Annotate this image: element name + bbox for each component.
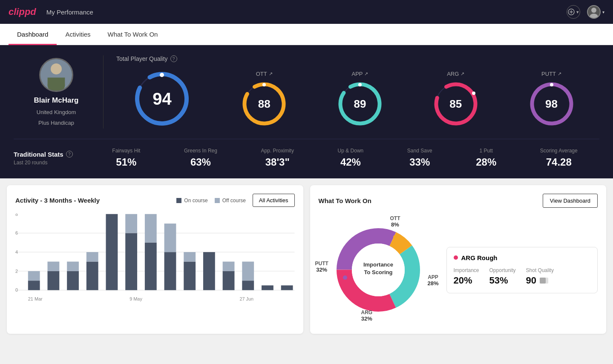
what-to-work-on-header: What To Work On View Dashboard [319,194,598,208]
donut-chart-svg: Importance To Scoring [319,215,438,325]
svg-rect-58 [281,285,293,290]
svg-rect-37 [47,271,59,290]
svg-point-23 [550,83,553,86]
stats-panel: Blair McHarg United Kingdom Plus Handica… [0,45,613,178]
putt-donut-label: PUTT 32% [315,261,328,273]
stat-items: Fairways Hit 51% Greens In Reg 63% App. … [90,148,599,168]
putt-value: 98 [545,97,558,110]
trad-stats-label: Traditional Stats ? Last 20 rounds [14,151,90,166]
svg-rect-39 [67,271,79,290]
ott-donut-label: OTT 8% [390,215,400,228]
svg-point-72 [343,275,347,280]
putt-circle: 98 [528,80,575,127]
svg-rect-38 [47,261,59,271]
tab-what-to-work-on[interactable]: What To Work On [99,24,167,45]
svg-rect-44 [125,233,137,290]
add-button[interactable]: ▾ [567,5,580,19]
vertical-divider [103,55,104,129]
svg-rect-47 [145,214,157,243]
svg-text:9 May: 9 May [130,296,142,301]
player-handicap: Plus Handicap [38,120,74,126]
svg-rect-8 [48,77,65,86]
svg-text:Importance: Importance [363,261,393,268]
quality-help-icon[interactable]: ? [170,55,177,62]
quality-section: Total Player Quality ? 94 [108,55,599,129]
arg-value: 85 [449,97,462,110]
app-circle-container: APP ↗ 89 [337,71,383,127]
bar-chart-area: 0 2 4 6 8 [15,214,295,307]
app-trend: ↗ [364,71,368,77]
quality-label: Total Player Quality [116,55,168,62]
putt-label: PUTT ↗ [541,71,561,77]
stat-up-and-down: Up & Down 42% [338,148,364,168]
app-circle: 89 [337,80,383,127]
trad-stats-help-icon[interactable]: ? [66,151,73,158]
svg-text:2: 2 [15,269,18,274]
legend-off-course: Off course [215,198,246,203]
stat-1-putt: 1 Putt 28% [476,148,496,168]
work-info-card: ARG Rough Importance 20% Opportunity 53%… [446,247,598,293]
app-value: 89 [354,97,366,110]
all-activities-button[interactable]: All Activities [253,194,295,207]
app-donut-label: APP 28% [427,274,438,287]
shot-quality-bar-icon [540,278,548,284]
svg-text:27 Jun: 27 Jun [239,296,253,301]
ott-trend: ↗ [269,71,273,77]
trad-stats-title: Traditional Stats [14,151,63,158]
player-avatar [39,58,73,92]
svg-rect-49 [164,224,176,252]
bar-chart-svg: 0 2 4 6 8 [15,214,295,307]
ott-value: 88 [258,97,271,110]
player-image-svg [40,58,72,91]
view-dashboard-button[interactable]: View Dashboard [543,194,598,208]
svg-rect-36 [28,271,40,281]
svg-point-4 [590,14,598,18]
svg-rect-40 [67,261,79,271]
traditional-stats: Traditional Stats ? Last 20 rounds Fairw… [14,139,599,168]
app-header: clippd My Performance ▾ ▾ [0,0,613,24]
total-quality-circle: 94 [132,69,192,129]
work-info-stats: Importance 20% Opportunity 53% Shot Qual… [454,267,591,286]
svg-point-20 [472,92,475,95]
what-to-work-on-title: What To Work On [319,197,371,204]
svg-rect-35 [28,281,40,290]
work-dot [454,255,458,260]
arg-trend: ↗ [460,71,464,77]
profile-button[interactable]: ▾ [587,5,604,19]
svg-rect-53 [223,271,235,290]
svg-point-17 [358,83,362,86]
svg-rect-55 [242,281,254,290]
bottom-grid: Activity - 3 Months - Weekly On course O… [0,178,613,341]
main-circle-wrap: 94 [132,69,192,129]
stat-greens-in-reg: Greens In Reg 63% [184,148,217,168]
svg-text:0: 0 [15,287,18,292]
ott-circle-container: OTT ↗ 88 [241,71,288,127]
activity-chart-card: Activity - 3 Months - Weekly On course O… [7,185,303,334]
chart-legend: On course Off course [176,198,246,203]
putt-trend: ↗ [558,71,561,77]
arg-donut-label: ARG 32% [361,310,373,322]
tab-activities[interactable]: Activities [57,24,99,45]
stat-fairways-hit: Fairways Hit 51% [112,148,140,168]
svg-rect-25 [215,198,220,203]
work-on-content: Importance To Scoring OTT 8% [319,215,598,325]
work-stat-opportunity: Opportunity 53% [489,267,516,286]
avatar [587,5,601,19]
svg-rect-56 [242,261,254,281]
svg-text:To Scoring: To Scoring [364,269,392,275]
svg-point-6 [51,63,62,75]
arg-label: ARG ↗ [447,71,464,77]
ott-label: OTT ↗ [256,71,273,77]
plus-icon [568,9,575,15]
svg-text:8: 8 [15,214,18,217]
svg-rect-54 [223,261,235,271]
activity-chart-header: Activity - 3 Months - Weekly On course O… [15,194,295,207]
logo: clippd [9,6,36,17]
quality-circles: 94 OTT ↗ 88 [108,69,599,129]
svg-text:6: 6 [15,230,18,235]
tab-dashboard[interactable]: Dashboard [9,24,57,45]
svg-rect-57 [262,285,273,290]
add-chevron: ▾ [576,9,579,15]
page-title: My Performance [46,9,93,16]
svg-rect-45 [125,214,137,233]
